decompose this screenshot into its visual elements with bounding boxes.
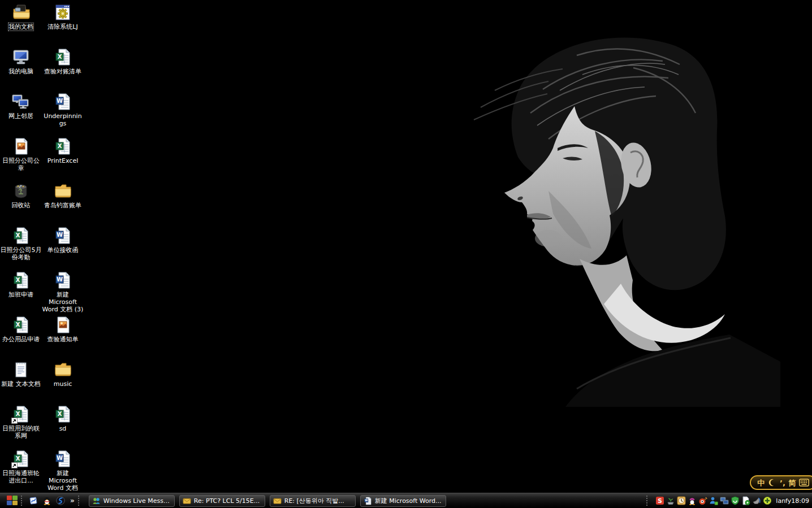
excel-file-icon	[11, 271, 31, 290]
qq-tray-icon[interactable]	[688, 496, 697, 505]
network-places-icon	[11, 92, 31, 111]
tray-time: 18:09	[791, 497, 809, 505]
taskbar-button-mail-korean[interactable]: RE: [산동위아 직발...	[270, 495, 356, 507]
icon-label: 加班申请	[8, 291, 33, 298]
desktop-icon-overtime-request[interactable]: 加班申请	[0, 271, 42, 298]
icon-label: 日照海通班轮进出口...	[0, 470, 42, 484]
mail-icon	[183, 497, 191, 505]
excel-file-icon	[11, 226, 31, 245]
word-file-icon	[53, 92, 72, 111]
taskbar-grip	[78, 496, 83, 506]
desktop-icon-my-computer[interactable]: 我的电脑	[0, 47, 42, 75]
icon-label: 新建 Microsoft Word 文档	[42, 470, 84, 492]
messenger-icon	[92, 497, 101, 505]
icon-label: PrintExcel	[47, 157, 78, 164]
taskbar-button-mail-ptc-lcl[interactable]: Re: PTC? LCL 5/15E...	[179, 495, 265, 507]
desktop: X W	[0, 0, 812, 508]
security-shield-icon[interactable]	[731, 496, 740, 505]
icon-label: 回收站	[12, 202, 31, 209]
sogou-input-icon[interactable]	[655, 496, 664, 505]
icon-label: 日照分公司公章	[0, 157, 42, 172]
word-file-icon	[53, 226, 72, 245]
desktop-icon-recycle-bin[interactable]: 回收站	[0, 181, 42, 209]
word-file-icon	[53, 449, 72, 468]
desktop-icon-network-places[interactable]: 网上邻居	[0, 92, 42, 120]
browser-icon[interactable]	[55, 496, 66, 506]
ime-simplified-chinese[interactable]: 简	[788, 479, 796, 487]
ime-language-bar: 中 ’, 简	[750, 475, 812, 490]
flag-blue-square	[7, 501, 12, 505]
desktop-icon-music-folder[interactable]: music	[42, 360, 84, 388]
folder-icon	[53, 181, 72, 201]
icon-label: sd	[59, 425, 67, 432]
flag-green-square	[12, 496, 18, 500]
speaker-horn-icon[interactable]	[752, 496, 761, 505]
excel-shortcut-icon	[11, 449, 31, 468]
ime-halfwidth-moon-icon[interactable]	[768, 479, 777, 487]
excel-file-icon	[11, 315, 31, 335]
sina-uc-icon[interactable]	[698, 496, 707, 505]
green-plant-icon[interactable]	[666, 496, 675, 505]
desktop-icon-my-documents[interactable]: 我的文档	[0, 3, 42, 31]
desktop-icon-clean-system-lj[interactable]: 清除系统LJ	[42, 3, 84, 31]
ime-soft-keyboard-icon[interactable]	[799, 479, 809, 487]
ime-chinese-mode[interactable]: 中	[757, 479, 765, 487]
desktop-icon-office-supplies-request[interactable]: 办公用品申请	[0, 315, 42, 343]
show-desktop-icon[interactable]	[28, 496, 38, 506]
excel-file-icon	[53, 47, 72, 67]
desktop-icon-printexcel[interactable]: PrintExcel	[42, 137, 84, 164]
desktop-icon-rizhao-contacts[interactable]: 日照用到的联系网	[0, 405, 42, 440]
gear-window-icon	[53, 3, 72, 22]
icon-label: 日照分公司5月份考勤	[0, 246, 42, 261]
desktop-icon-qingdao-bills-folder[interactable]: 青岛钓富账单	[42, 181, 84, 209]
icon-label: 网上邻居	[8, 112, 33, 120]
flag-yellow-square	[12, 501, 18, 505]
desktop-icon-inspection-notice[interactable]: 查验通知单	[42, 315, 84, 343]
desktop-icon-new-text-doc[interactable]: 新建 文本文档	[0, 360, 42, 388]
clock-reminder-icon[interactable]	[677, 496, 686, 505]
desktop-icon-new-word-doc[interactable]: 新建 Microsoft Word 文档	[42, 449, 84, 492]
mail-icon	[273, 497, 282, 505]
image-file-icon	[11, 137, 31, 156]
desktop-icon-unit-receipt-letter[interactable]: 单位接收函	[42, 226, 84, 254]
icon-label: Underpinnings	[42, 112, 84, 127]
messenger-status-icon[interactable]	[709, 496, 718, 505]
tray-clock[interactable]: lanfy18:09	[776, 497, 809, 505]
desktop-icon-verification-statement[interactable]: 查验对账清单	[42, 47, 84, 75]
antivirus-cross-icon[interactable]	[763, 496, 772, 505]
my-documents-icon	[11, 3, 31, 22]
desktop-icon-new-word-doc-3[interactable]: 新建 Microsoft Word 文档 (3)	[42, 271, 84, 313]
desktop-icon-underpinnings[interactable]: Underpinnings	[42, 92, 84, 127]
desktop-icon-rizhao-may-attendance[interactable]: 日照分公司5月份考勤	[0, 226, 42, 261]
computer-icon	[11, 47, 31, 67]
icon-label: music	[54, 380, 72, 388]
excel-file-icon	[53, 405, 72, 424]
tray-grip	[646, 496, 651, 506]
desktop-icon-sd[interactable]: sd	[42, 405, 84, 432]
icon-label: 单位接收函	[47, 246, 79, 254]
icon-label: 清除系统LJ	[47, 23, 77, 31]
folder-icon	[53, 360, 72, 379]
icon-label: 新建 Microsoft Word 文档 (3)	[42, 291, 84, 313]
icon-label: 我的文档	[8, 23, 33, 31]
tray-user-label: lanfy	[776, 497, 791, 505]
icon-label: 我的电脑	[8, 68, 33, 75]
taskbar-button-new-word-doc[interactable]: 新建 Microsoft Word...	[360, 495, 446, 507]
network-connection-icon[interactable]	[720, 496, 729, 505]
media-document-icon[interactable]	[741, 496, 750, 505]
flag-red-square	[7, 496, 12, 500]
desktop-icon-rizhao-haitong-shipping[interactable]: 日照海通班轮进出口...	[0, 449, 42, 484]
recycle-bin-icon	[11, 181, 31, 201]
ime-punctuation-mode[interactable]: ’,	[780, 479, 785, 487]
excel-file-icon	[53, 137, 72, 156]
quick-launch-overflow-chevron[interactable]: »	[69, 497, 75, 505]
start-button[interactable]	[7, 496, 18, 506]
taskbar-button-windows-live-messenger[interactable]: Windows Live Messe...	[89, 495, 175, 507]
qq-icon[interactable]	[42, 496, 52, 506]
taskbar-buttons: Windows Live Messe... Re: PTC? LCL 5/15E…	[89, 495, 446, 507]
excel-shortcut-icon	[11, 405, 31, 424]
system-tray: lanfy18:09	[643, 496, 812, 506]
icon-label: 日照用到的联系网	[0, 425, 42, 440]
desktop-icon-rizhao-branch-seal[interactable]: 日照分公司公章	[0, 137, 42, 172]
word-file-icon	[53, 271, 72, 290]
